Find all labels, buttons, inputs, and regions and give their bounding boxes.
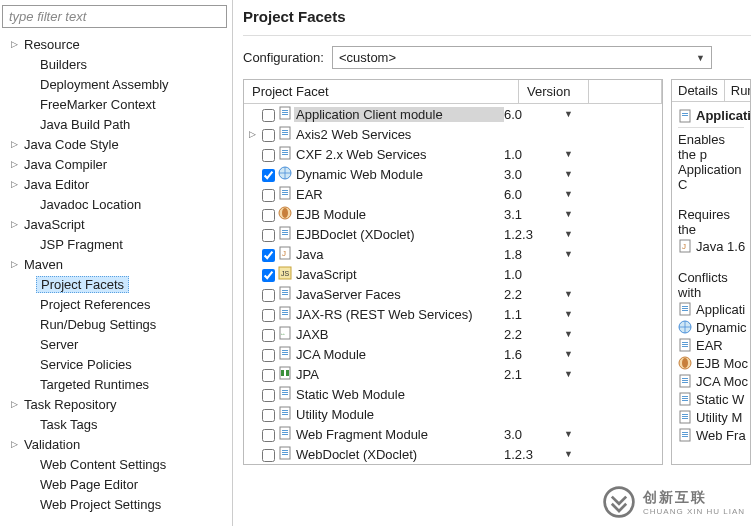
facet-name: Axis2 Web Services [294,127,504,142]
facet-row[interactable]: Dynamic Web Module3.0▼ [244,164,662,184]
tree-item[interactable]: Web Content Settings [8,454,232,474]
tree-item[interactable]: ▷Resource [8,34,232,54]
tree-item[interactable]: Task Tags [8,414,232,434]
facet-row[interactable]: Web Fragment Module3.0▼ [244,424,662,444]
version-dropdown[interactable]: ▼ [564,189,584,199]
version-dropdown[interactable]: ▼ [564,369,584,379]
facet-checkbox[interactable] [262,209,275,222]
tree-item[interactable]: Targeted Runtimes [8,374,232,394]
facet-row[interactable]: ▷Axis2 Web Services [244,124,662,144]
facet-row[interactable]: JPA2.1▼ [244,364,662,384]
facet-checkbox[interactable] [262,149,275,162]
version-dropdown[interactable]: ▼ [564,329,584,339]
svg-rect-7 [282,134,288,135]
facet-checkbox[interactable] [262,329,275,342]
svg-rect-46 [282,392,288,393]
facet-row[interactable]: JJava1.8▼ [244,244,662,264]
version-dropdown[interactable]: ▼ [564,169,584,179]
tree-item[interactable]: ▷Java Compiler [8,154,232,174]
facet-row[interactable]: EJB Module3.1▼ [244,204,662,224]
tree-item[interactable]: JSP Fragment [8,234,232,254]
tree-item[interactable]: ▷Maven [8,254,232,274]
facet-checkbox[interactable] [262,189,275,202]
conflict-item: Dynamic [678,318,744,336]
version-dropdown[interactable]: ▼ [564,429,584,439]
facet-checkbox[interactable] [262,249,275,262]
config-select[interactable]: <custom> ▼ [332,46,712,69]
version-dropdown[interactable]: ▼ [564,249,584,259]
facet-checkbox[interactable] [262,269,275,282]
facet-row[interactable]: JCA Module1.6▼ [244,344,662,364]
tree-item[interactable]: Web Page Editor [8,474,232,494]
facet-row[interactable]: Static Web Module [244,384,662,404]
tree-item[interactable]: Project References [8,294,232,314]
tree-item[interactable]: Web Project Settings [8,494,232,514]
version-dropdown[interactable]: ▼ [564,209,584,219]
tree-item[interactable]: Deployment Assembly [8,74,232,94]
facet-checkbox[interactable] [262,449,275,462]
facet-row[interactable]: EJBDoclet (XDoclet)1.2.3▼ [244,224,662,244]
version-dropdown[interactable]: ▼ [564,449,584,459]
tree-item[interactable]: Service Policies [8,354,232,374]
facet-checkbox[interactable] [262,349,275,362]
facet-row[interactable]: JSJavaScript1.0 [244,264,662,284]
facet-checkbox[interactable] [262,309,275,322]
tree-item[interactable]: Builders [8,54,232,74]
facet-checkbox[interactable] [262,369,275,382]
facet-row[interactable]: ↔JAXB2.2▼ [244,324,662,344]
tree-item[interactable]: ▷Task Repository [8,394,232,414]
facet-name: JPA [294,367,504,382]
svg-rect-86 [682,416,688,417]
col-header-name[interactable]: Project Facet [244,80,519,103]
version-dropdown[interactable]: ▼ [564,289,584,299]
facet-version: 1.2.3 [504,227,564,242]
tree-item[interactable]: Javadoc Location [8,194,232,214]
facet-row[interactable]: Utility Module [244,404,662,424]
svg-rect-66 [682,306,688,307]
doc-icon [278,226,292,240]
facet-row[interactable]: CXF 2.x Web Services1.0▼ [244,144,662,164]
facet-checkbox[interactable] [262,389,275,402]
svg-rect-3 [282,114,288,115]
tree-item[interactable]: Java Build Path [8,114,232,134]
tab-details[interactable]: Details [672,80,725,101]
facet-row[interactable]: JAX-RS (REST Web Services)1.1▼ [244,304,662,324]
facet-row[interactable]: WebDoclet (XDoclet)1.2.3▼ [244,444,662,464]
doc-icon [278,106,292,120]
facet-checkbox[interactable] [262,129,275,142]
col-header-version[interactable]: Version [519,80,589,103]
version-dropdown[interactable]: ▼ [564,349,584,359]
java-icon: J [678,239,692,253]
tree-item[interactable]: Run/Debug Settings [8,314,232,334]
tree-item[interactable]: ▷Java Code Style [8,134,232,154]
facet-checkbox[interactable] [262,429,275,442]
facet-name: WebDoclet (XDoclet) [294,447,504,462]
facet-row[interactable]: JavaServer Faces2.2▼ [244,284,662,304]
svg-point-18 [282,208,288,218]
expand-icon[interactable]: ▷ [244,129,260,139]
facet-version: 2.2 [504,287,564,302]
filter-input[interactable]: type filter text [2,5,227,28]
tree-item[interactable]: ▷JavaScript [8,214,232,234]
version-dropdown[interactable]: ▼ [564,229,584,239]
tree-item[interactable]: Server [8,334,232,354]
facet-row[interactable]: Application Client module6.0▼ [244,104,662,124]
facet-checkbox[interactable] [262,109,275,122]
facet-checkbox[interactable] [262,289,275,302]
bean-icon [278,206,292,220]
tab-runtimes[interactable]: Runt [725,80,751,101]
facet-version: 1.0 [504,267,564,282]
tree-item[interactable]: FreeMarker Context [8,94,232,114]
tree-item[interactable]: Project Facets [8,274,232,294]
version-dropdown[interactable]: ▼ [564,109,584,119]
doc-icon [278,146,292,160]
tree-item[interactable]: ▷Java Editor [8,174,232,194]
facet-checkbox[interactable] [262,229,275,242]
tree-item[interactable]: ▷Validation [8,434,232,454]
version-dropdown[interactable]: ▼ [564,149,584,159]
facet-checkbox[interactable] [262,409,275,422]
facet-row[interactable]: EAR6.0▼ [244,184,662,204]
svg-rect-32 [282,310,288,311]
version-dropdown[interactable]: ▼ [564,309,584,319]
facet-checkbox[interactable] [262,169,275,182]
